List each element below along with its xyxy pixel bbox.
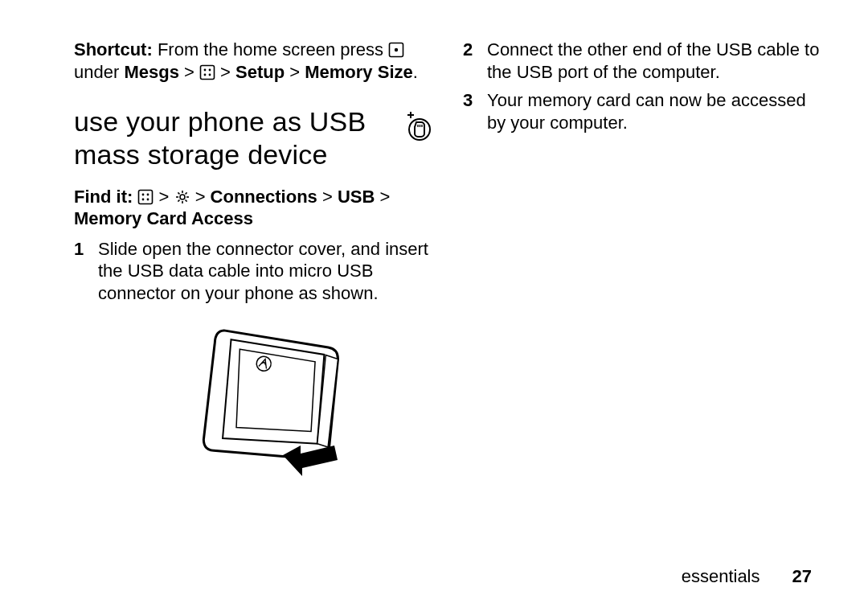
svg-rect-13 bbox=[139, 190, 153, 203]
gt-2: > bbox=[215, 62, 235, 82]
svg-point-1 bbox=[395, 48, 398, 51]
sd-card-icon bbox=[403, 110, 431, 148]
svg-line-26 bbox=[185, 192, 186, 194]
shortcut-text-2: under bbox=[74, 62, 124, 82]
steps-list-right: Connect the other end of the USB cable t… bbox=[463, 39, 820, 133]
footer-page-number: 27 bbox=[792, 565, 812, 588]
svg-line-23 bbox=[178, 192, 179, 194]
footer-section: essentials bbox=[682, 565, 760, 588]
gt-1: > bbox=[179, 62, 199, 82]
menu-key-icon bbox=[199, 64, 215, 80]
step-2: Connect the other end of the USB cable t… bbox=[463, 39, 820, 83]
gt-5: > bbox=[190, 187, 211, 207]
shortcut-text-1: From the home screen press bbox=[153, 39, 388, 60]
svg-point-6 bbox=[209, 73, 211, 76]
section-title-row: use your phone as USB mass storage devic… bbox=[74, 105, 431, 186]
step-3-text: Your memory card can now be accessed by … bbox=[487, 89, 820, 133]
nav-key-icon bbox=[388, 42, 404, 58]
two-column-layout: Shortcut: From the home screen press und… bbox=[74, 39, 820, 493]
svg-line-25 bbox=[178, 199, 179, 201]
svg-point-3 bbox=[204, 68, 207, 71]
step-3: Your memory card can now be accessed by … bbox=[463, 89, 820, 133]
page-footer: essentials 27 bbox=[682, 565, 812, 588]
section-title: use your phone as USB mass storage devic… bbox=[74, 105, 391, 171]
svg-point-18 bbox=[180, 195, 185, 199]
findit-path-connections: Connections bbox=[211, 187, 317, 207]
gt-6: > bbox=[317, 187, 338, 207]
svg-rect-2 bbox=[200, 65, 214, 79]
shortcut-paragraph: Shortcut: From the home screen press und… bbox=[74, 39, 431, 83]
findit-label: Find it: bbox=[74, 187, 133, 207]
settings-gear-icon bbox=[174, 189, 190, 205]
shortcut-path-mesgs: Mesgs bbox=[124, 62, 178, 82]
gt-3: > bbox=[285, 62, 305, 82]
find-it-paragraph: Find it: > > Connections > USB > Memory … bbox=[74, 186, 431, 230]
right-column: Connect the other end of the USB cable t… bbox=[463, 39, 820, 493]
svg-point-17 bbox=[147, 198, 149, 200]
menu-key-icon-2 bbox=[137, 189, 154, 205]
svg-line-24 bbox=[185, 199, 186, 201]
step-2-text: Connect the other end of the USB cable t… bbox=[487, 39, 820, 83]
svg-point-5 bbox=[204, 73, 207, 76]
step-1-text: Slide open the connector cover, and inse… bbox=[98, 238, 431, 305]
svg-point-4 bbox=[209, 68, 211, 71]
svg-point-15 bbox=[147, 193, 149, 195]
shortcut-path-memsize: Memory Size bbox=[305, 62, 413, 82]
shortcut-path-setup: Setup bbox=[235, 62, 285, 82]
svg-point-14 bbox=[142, 193, 145, 195]
findit-path-mca: Memory Card Access bbox=[74, 208, 253, 228]
findit-path-usb: USB bbox=[338, 187, 375, 207]
gt-4: > bbox=[154, 187, 174, 207]
left-column: Shortcut: From the home screen press und… bbox=[74, 39, 431, 493]
phone-illustration bbox=[74, 310, 431, 493]
svg-point-16 bbox=[142, 198, 145, 200]
steps-list-left: Slide open the connector cover, and inse… bbox=[74, 238, 431, 305]
period-1: . bbox=[413, 62, 418, 82]
gt-7: > bbox=[375, 187, 390, 207]
step-1: Slide open the connector cover, and inse… bbox=[74, 238, 431, 305]
shortcut-label: Shortcut: bbox=[74, 39, 153, 60]
